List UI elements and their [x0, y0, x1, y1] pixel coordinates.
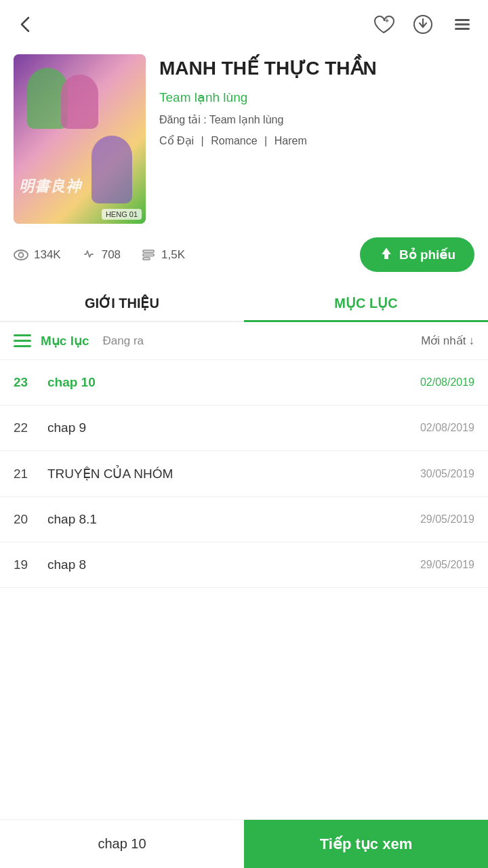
svg-text:+: +: [385, 17, 389, 24]
svg-rect-5: [455, 28, 470, 30]
chapters-icon: [141, 248, 156, 262]
book-title: MANH THẾ THỰC THẦN: [159, 57, 474, 80]
svg-rect-8: [143, 250, 154, 252]
chapter-name: chap 8: [47, 557, 420, 572]
download-icon[interactable]: [411, 12, 435, 37]
book-team[interactable]: Team lạnh lùng: [159, 90, 474, 105]
chapter-number: 19: [14, 557, 47, 572]
tab-toc[interactable]: MỤC LỤC: [244, 283, 488, 321]
book-uploader: Đăng tải : Team lạnh lùng: [159, 113, 474, 126]
views-stat: 134K: [14, 248, 61, 262]
chapter-name: chap 9: [47, 420, 420, 435]
svg-rect-10: [143, 258, 150, 260]
newest-sort[interactable]: Mới nhất ↓: [421, 334, 474, 348]
chapter-row[interactable]: 21 TRUYỆN CỦA NHÓM 30/05/2019: [0, 451, 488, 497]
chapters-stat: 1,5K: [141, 248, 185, 262]
chapter-number: 22: [14, 420, 47, 435]
chapter-row[interactable]: 23 chap 10 02/08/2019: [0, 360, 488, 406]
chapter-date: 29/05/2019: [420, 513, 474, 526]
eye-icon: [14, 248, 28, 262]
book-info: 明書良神 HENG 01 MANH THẾ THỰC THẦN Team lạn…: [0, 43, 488, 233]
chapter-date: 29/05/2019: [420, 559, 474, 571]
like-icon: [81, 248, 96, 262]
chapter-row[interactable]: 20 chap 8.1 29/05/2019: [0, 497, 488, 542]
chapter-list: 23 chap 10 02/08/2019 22 chap 9 02/08/20…: [0, 360, 488, 588]
svg-point-7: [19, 252, 24, 257]
current-chapter-label: chap 10: [0, 820, 244, 868]
tab-intro[interactable]: GIỚI THIỆU: [0, 283, 244, 321]
vote-button[interactable]: Bỏ phiếu: [360, 237, 474, 272]
svg-rect-4: [455, 24, 470, 26]
chapter-date: 30/05/2019: [420, 468, 474, 480]
book-tags: Cổ Đại | Romance | Harem: [159, 134, 474, 147]
chapter-name: chap 10: [47, 375, 420, 390]
chapter-number: 21: [14, 467, 47, 481]
chapter-row[interactable]: 19 chap 8 29/05/2019: [0, 542, 488, 588]
chapter-list-label: Mục lục: [41, 333, 89, 349]
chapter-date: 02/08/2019: [420, 376, 474, 389]
book-meta: MANH THẾ THỰC THẦN Team lạnh lùng Đăng t…: [159, 54, 474, 147]
chapter-date: 02/08/2019: [420, 422, 474, 434]
vote-label: Bỏ phiếu: [399, 247, 455, 262]
chapter-number: 23: [14, 375, 47, 390]
hamburger-icon[interactable]: [14, 334, 31, 347]
back-button[interactable]: [14, 12, 38, 37]
bottom-bar: chap 10 Tiếp tục xem: [0, 819, 488, 868]
chapter-status-label: Đang ra: [103, 334, 144, 348]
top-nav: +: [0, 0, 488, 43]
stats-row: 134K 708 1,5K Bỏ phiếu: [0, 233, 488, 283]
chapter-number: 20: [14, 512, 47, 527]
likes-stat: 708: [81, 248, 121, 262]
views-count: 134K: [34, 248, 61, 262]
book-cover: 明書良神 HENG 01: [14, 54, 146, 224]
favorite-icon[interactable]: +: [371, 12, 396, 37]
likes-count: 708: [102, 248, 121, 262]
vote-icon: [379, 248, 394, 262]
chapter-name: TRUYỆN CỦA NHÓM: [47, 466, 420, 481]
svg-rect-9: [143, 254, 154, 256]
continue-button[interactable]: Tiếp tục xem: [244, 820, 488, 868]
chapters-count: 1,5K: [161, 248, 185, 262]
chapter-row[interactable]: 22 chap 9 02/08/2019: [0, 406, 488, 451]
tabs: GIỚI THIỆU MỤC LỤC: [0, 283, 488, 322]
chapter-list-header: Mục lục Đang ra Mới nhất ↓: [0, 322, 488, 360]
svg-point-6: [14, 250, 28, 260]
svg-rect-3: [455, 19, 470, 21]
menu-icon[interactable]: [450, 12, 474, 37]
chapter-name: chap 8.1: [47, 512, 420, 527]
